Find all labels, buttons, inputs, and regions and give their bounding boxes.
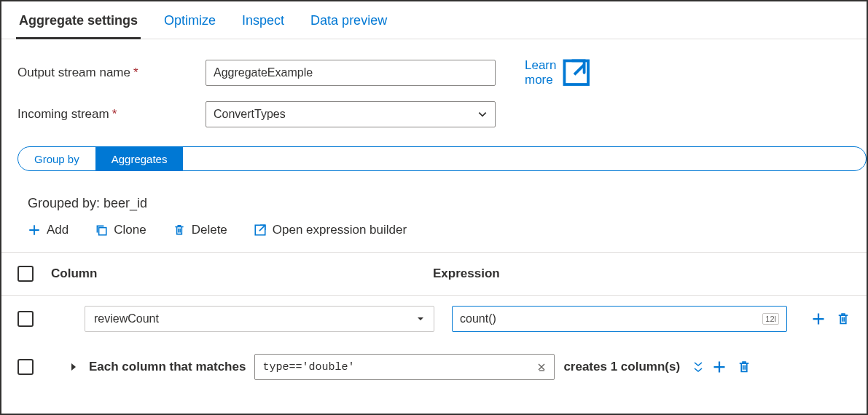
toolbar: Add Clone Delete Open expression builder xyxy=(28,223,867,237)
table-row: reviewCount count() 12l xyxy=(1,296,867,342)
chevron-right-icon xyxy=(70,362,77,372)
output-stream-label: Output stream name* xyxy=(17,66,206,80)
expression-field[interactable]: count() 12l xyxy=(452,306,787,332)
group-aggregate-toggle: Group by Aggregates xyxy=(17,146,867,171)
column-header-expression: Expression xyxy=(433,266,851,281)
plus-icon xyxy=(28,224,41,237)
delete-row-icon[interactable] xyxy=(836,312,851,326)
toggle-group-by[interactable]: Group by xyxy=(18,147,95,170)
pattern-prefix: Each column that matches xyxy=(89,360,246,374)
pattern-condition-input[interactable]: type=='double' xyxy=(254,354,555,380)
column-name-dropdown[interactable]: reviewCount xyxy=(85,306,434,332)
table-header: Column Expression xyxy=(1,253,867,296)
open-expression-builder-button[interactable]: Open expression builder xyxy=(254,223,407,237)
caret-down-icon xyxy=(416,315,425,323)
clone-icon xyxy=(95,224,108,237)
disclosure-toggle[interactable] xyxy=(63,362,85,372)
tab-optimize[interactable]: Optimize xyxy=(163,9,217,39)
column-header-column: Column xyxy=(51,266,433,281)
settings-tabs: Aggregate settings Optimize Inspect Data… xyxy=(1,1,867,39)
svg-rect-1 xyxy=(99,228,106,235)
add-row-icon[interactable] xyxy=(712,360,727,374)
tab-inspect[interactable]: Inspect xyxy=(241,9,286,39)
open-icon xyxy=(254,224,267,237)
incoming-stream-row: Incoming stream* ConvertTypes xyxy=(17,101,851,127)
row-actions xyxy=(811,312,851,326)
delete-row-icon[interactable] xyxy=(737,360,751,374)
learn-more-link[interactable]: Learn more xyxy=(525,57,593,88)
external-link-icon xyxy=(560,57,592,88)
pattern-row: Each column that matches type=='double' … xyxy=(1,342,867,380)
pattern-row-actions xyxy=(712,360,751,374)
chevron-down-icon xyxy=(477,109,488,119)
pattern-suffix: creates 1 column(s) xyxy=(563,360,680,374)
expression-badge: 12l xyxy=(762,313,779,325)
tab-aggregate-settings[interactable]: Aggregate settings xyxy=(17,9,139,39)
settings-panel: Aggregate settings Optimize Inspect Data… xyxy=(0,0,868,415)
expand-columns-icon[interactable] xyxy=(693,361,703,373)
delete-button[interactable]: Delete xyxy=(173,223,227,237)
tab-data-preview[interactable]: Data preview xyxy=(309,9,388,39)
row-checkbox[interactable] xyxy=(17,311,34,327)
output-stream-row: Output stream name* AggregateExample Lea… xyxy=(17,57,851,88)
incoming-stream-select[interactable]: ConvertTypes xyxy=(206,101,496,127)
form-area: Output stream name* AggregateExample Lea… xyxy=(1,39,867,127)
trash-icon xyxy=(173,224,186,237)
pattern-checkbox[interactable] xyxy=(17,359,34,375)
toggle-aggregates[interactable]: Aggregates xyxy=(95,147,184,170)
grouped-by-text: Grouped by: beer_id xyxy=(28,196,867,211)
clone-button[interactable]: Clone xyxy=(95,223,146,237)
add-button[interactable]: Add xyxy=(28,223,69,237)
clear-icon[interactable] xyxy=(536,362,547,372)
output-stream-input[interactable]: AggregateExample xyxy=(206,60,496,86)
add-row-icon[interactable] xyxy=(811,312,826,326)
incoming-stream-label: Incoming stream* xyxy=(17,107,206,122)
aggregates-table: Column Expression reviewCount count() 12… xyxy=(1,252,867,380)
header-checkbox[interactable] xyxy=(17,266,34,282)
